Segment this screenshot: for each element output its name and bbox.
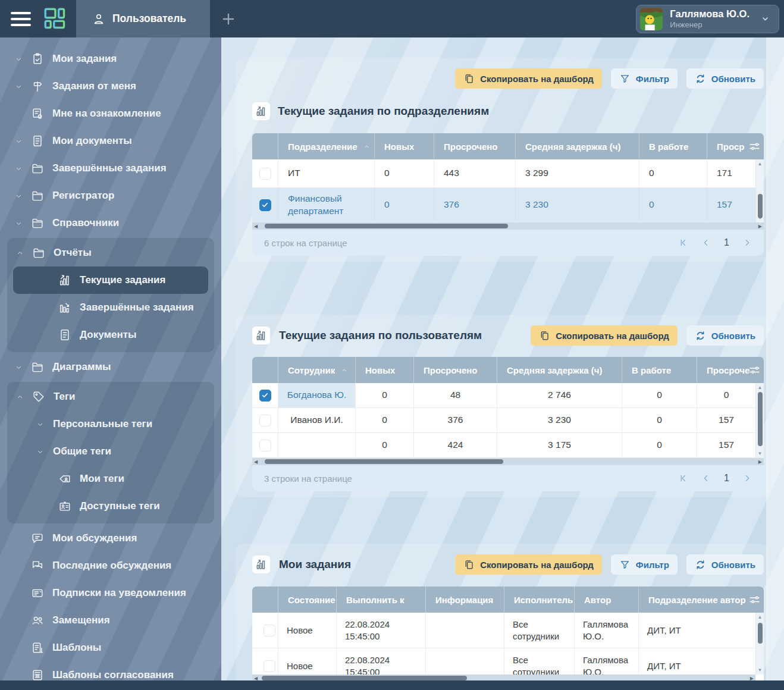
row-checkbox-checked[interactable] xyxy=(259,199,271,211)
table-row[interactable]: Иванов И.И. 0 376 3 230 0 157 xyxy=(252,408,764,433)
scroll-thumb[interactable] xyxy=(758,194,763,218)
scroll-up-arrow[interactable]: ▲ xyxy=(758,614,763,620)
column-header-assignee[interactable]: Исполнитель xyxy=(504,586,575,613)
table-row[interactable]: ИТ 0 443 3 299 0 171 xyxy=(252,159,764,188)
sidebar-item-tags[interactable]: Теги xyxy=(7,383,214,410)
column-header-overdue-in-progress[interactable]: Проср xyxy=(707,133,764,159)
sidebar-item-substitutions[interactable]: Замещения xyxy=(0,607,221,634)
prev-page-button[interactable] xyxy=(701,238,711,247)
scroll-thumb[interactable] xyxy=(262,676,467,680)
scroll-right-arrow[interactable]: ▶ xyxy=(750,676,754,681)
sidebar-item-recent-discussions[interactable]: Последние обсуждения xyxy=(0,552,221,579)
column-header-author[interactable]: Автор xyxy=(575,586,639,613)
dashboard-grid-icon[interactable] xyxy=(44,8,67,30)
filter-button[interactable]: Фильтр xyxy=(611,554,678,575)
add-tab-icon[interactable] xyxy=(221,11,236,27)
horizontal-scrollbar[interactable]: ◀ ▶ xyxy=(252,222,764,230)
scroll-thumb[interactable] xyxy=(265,224,508,228)
column-header-in-progress[interactable]: В работе xyxy=(622,357,697,383)
sidebar-item-my-documents[interactable]: Мои документы xyxy=(0,127,221,155)
row-checkbox[interactable] xyxy=(259,168,271,180)
table-row-selected[interactable]: Богданова Ю. 0 48 2 746 0 0 xyxy=(252,383,764,408)
column-settings-icon[interactable] xyxy=(748,140,761,153)
sidebar-item-current-tasks-report[interactable]: Текущие задания xyxy=(13,266,208,294)
column-header-avg-delay[interactable]: Средняя задержка (ч) xyxy=(516,133,639,159)
column-header-overdue[interactable]: Просрочено xyxy=(414,357,497,383)
sidebar-item-my-tasks[interactable]: Мои задания xyxy=(0,45,221,73)
table-row[interactable]: 0 424 3 175 0 157 xyxy=(252,433,764,458)
vertical-scrollbar[interactable]: ▲ ▼ xyxy=(755,159,764,222)
scroll-up-arrow[interactable]: ▲ xyxy=(758,161,763,167)
table-header: Подразделение Новых Просрочено Средняя з… xyxy=(252,133,764,159)
sidebar-item-completed-tasks-report[interactable]: Завершённые задания xyxy=(7,294,214,321)
filter-button[interactable]: Фильтр xyxy=(611,68,678,89)
column-header-state[interactable]: Состояние xyxy=(278,586,337,613)
scroll-right-arrow[interactable]: ▶ xyxy=(758,224,762,229)
horizontal-scrollbar[interactable]: ◀ ▶ xyxy=(252,458,764,465)
column-settings-icon[interactable] xyxy=(748,594,761,606)
refresh-button[interactable]: Обновить xyxy=(686,68,764,89)
first-page-button[interactable] xyxy=(679,473,688,483)
horizontal-scrollbar[interactable]: ◀ ▶ xyxy=(252,675,755,680)
sidebar-item-my-discussions[interactable]: Мои обсуждения xyxy=(0,525,221,552)
column-header-in-progress[interactable]: В работе xyxy=(639,133,707,159)
next-page-button[interactable] xyxy=(742,473,752,483)
row-checkbox[interactable] xyxy=(264,660,275,672)
copy-to-dashboard-button[interactable]: Скопировать на дашборд xyxy=(531,325,678,346)
scroll-down-arrow[interactable]: ▼ xyxy=(758,451,763,456)
sidebar-item-documents-report[interactable]: Документы xyxy=(7,321,214,349)
column-header-employee[interactable]: Сотрудник xyxy=(278,357,356,383)
row-checkbox[interactable] xyxy=(259,415,271,426)
column-header-overdue-in-progress[interactable]: Просроче xyxy=(697,357,764,383)
scroll-thumb[interactable] xyxy=(758,623,763,644)
column-header-overdue[interactable]: Просрочено xyxy=(434,133,516,159)
table-row[interactable]: Новое 22.08.2024 15:45:00 Все сотрудники… xyxy=(252,613,764,648)
sidebar-item-for-review[interactable]: Мне на ознакомление xyxy=(0,100,221,127)
user-menu[interactable]: Галлямова Ю.О. Инженер xyxy=(636,5,779,33)
row-checkbox-checked[interactable] xyxy=(259,390,271,402)
scroll-left-arrow[interactable]: ◀ xyxy=(254,224,258,229)
prev-page-button[interactable] xyxy=(701,473,711,483)
sidebar-item-reports[interactable]: Отчёты xyxy=(7,239,214,266)
copy-to-dashboard-button[interactable]: Скопировать на дашборд xyxy=(455,68,602,89)
sidebar-item-shared-tags[interactable]: Общие теги xyxy=(7,438,214,465)
sidebar-item-tasks-from-me[interactable]: Задания от меня xyxy=(0,73,221,100)
scroll-down-arrow[interactable]: ▼ xyxy=(758,667,763,673)
sidebar-item-diagrams[interactable]: Диаграммы xyxy=(0,353,221,381)
column-header-new[interactable]: Новых xyxy=(375,133,434,159)
sidebar-item-completed-tasks[interactable]: Завершённые задания xyxy=(0,155,221,182)
table-row-selected[interactable]: Финансовый департамент 0 376 3 230 0 157 xyxy=(252,188,764,222)
sidebar-item-approval-templates[interactable]: Шаблоны согласования xyxy=(0,661,221,680)
vertical-scrollbar[interactable]: ▲ ▼ xyxy=(755,613,764,675)
hamburger-menu-button[interactable] xyxy=(11,12,31,26)
column-header-due[interactable]: Выполнить к xyxy=(337,586,426,613)
column-header-author-department[interactable]: Подразделение автор xyxy=(639,586,764,613)
copy-to-dashboard-button[interactable]: Скопировать на дашборд xyxy=(455,554,602,575)
row-checkbox[interactable] xyxy=(264,625,275,636)
scroll-left-arrow[interactable]: ◀ xyxy=(254,459,258,465)
column-header-new[interactable]: Новых xyxy=(356,357,414,383)
column-header-avg-delay[interactable]: Средняя задержка (ч) xyxy=(497,357,622,383)
column-header-info[interactable]: Информация xyxy=(426,586,504,613)
scroll-right-arrow[interactable]: ▶ xyxy=(758,459,762,465)
next-page-button[interactable] xyxy=(742,238,752,247)
vertical-scrollbar[interactable]: ▲ ▼ xyxy=(755,383,764,458)
row-checkbox[interactable] xyxy=(259,440,271,451)
sidebar-item-available-tags[interactable]: Доступные теги xyxy=(7,493,214,520)
tab-user[interactable]: Пользователь xyxy=(76,0,210,37)
column-settings-icon[interactable] xyxy=(748,364,761,377)
first-page-button[interactable] xyxy=(679,238,688,247)
refresh-button[interactable]: Обновить xyxy=(686,554,764,575)
refresh-button[interactable]: Обновить xyxy=(686,325,764,346)
scroll-thumb[interactable] xyxy=(758,392,763,446)
sidebar-item-directories[interactable]: Справочники xyxy=(0,209,221,237)
sidebar-item-personal-tags[interactable]: Персональные теги xyxy=(7,410,214,438)
scroll-up-arrow[interactable]: ▲ xyxy=(758,385,763,390)
sidebar-item-my-tags[interactable]: Мои теги xyxy=(7,465,214,493)
sidebar-item-notification-subscriptions[interactable]: Подписки на уведомления xyxy=(0,579,221,607)
sidebar-item-templates[interactable]: Шаблоны xyxy=(0,634,221,661)
scroll-thumb[interactable] xyxy=(265,459,503,464)
sidebar-item-registrar[interactable]: Регистратор xyxy=(0,182,221,209)
scroll-left-arrow[interactable]: ◀ xyxy=(254,676,258,681)
column-header-department[interactable]: Подразделение xyxy=(278,133,375,159)
